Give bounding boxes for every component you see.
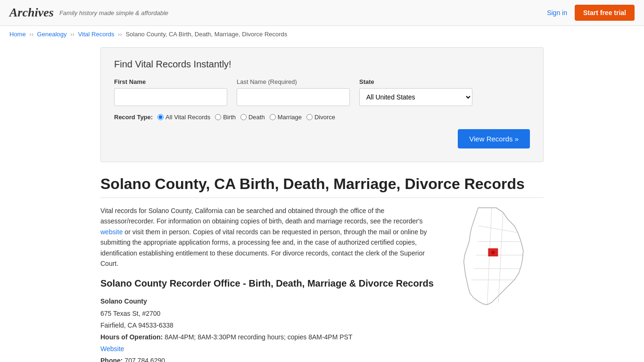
radio-all[interactable] (157, 114, 164, 120)
search-fields: First Name Last Name (Required) State Al… (114, 78, 530, 106)
svg-line-7 (478, 226, 518, 232)
phone-value: 707.784.6290 (124, 357, 165, 362)
phone-label: Phone: (100, 357, 123, 362)
radio-marriage[interactable] (270, 114, 276, 120)
state-label: State (359, 78, 472, 85)
office-address1: 675 Texas St, #2700 (100, 308, 435, 320)
free-trial-button[interactable]: Start free trial (575, 5, 635, 21)
office-website: Website (100, 343, 435, 355)
breadcrumb-genealogy[interactable]: Genealogy (37, 31, 67, 38)
page-title: Solano County, CA Birth, Death, Marriage… (100, 175, 544, 198)
search-title: Find Vital Records Instantly! (114, 59, 530, 70)
first-name-label: First Name (114, 78, 227, 85)
separator2: ›› (70, 31, 76, 38)
record-type-marriage[interactable]: Marriage (270, 114, 302, 121)
record-type-row: Record Type: All Vital Records Birth Dea… (114, 114, 530, 121)
office-phone: Phone: 707.784.6290 (100, 355, 435, 362)
california-map (449, 206, 534, 309)
radio-death[interactable] (240, 114, 247, 120)
office-address2: Fairfield, CA 94533-6338 (100, 320, 435, 331)
office-website-link[interactable]: Website (100, 345, 124, 353)
header: Archives Family history made simple & af… (0, 0, 644, 26)
tagline: Family history made simple & affordable (59, 9, 168, 16)
breadcrumb-home[interactable]: Home (9, 31, 26, 38)
svg-line-6 (498, 212, 503, 302)
sign-in-link[interactable]: Sign in (547, 9, 567, 16)
description-paragraph: Vital records for Solano County, Califor… (100, 206, 435, 269)
first-name-group: First Name (114, 78, 227, 106)
record-type-death[interactable]: Death (240, 114, 265, 121)
last-name-input[interactable] (237, 88, 350, 106)
separator3: ›› (118, 31, 124, 38)
logo: Archives (9, 6, 54, 20)
content-body: Vital records for Solano County, Califor… (100, 206, 544, 362)
svg-point-9 (491, 251, 495, 255)
office-name: Solano County (100, 296, 435, 307)
radio-divorce[interactable] (306, 114, 313, 120)
breadcrumb-vital-records[interactable]: Vital Records (78, 31, 114, 38)
header-right: Sign in Start free trial (547, 5, 635, 21)
view-records-button[interactable]: View Records » (458, 129, 530, 148)
record-type-divorce[interactable]: Divorce (306, 114, 335, 121)
website-link[interactable]: website (100, 228, 123, 236)
last-name-required: (Required) (268, 78, 297, 85)
office-hours: Hours of Operation: 8AM-4PM; 8AM-3:30PM … (100, 331, 435, 343)
search-btn-row: View Records » (114, 129, 530, 148)
hours-value: 8AM-4PM; 8AM-3:30PM recording hours; cop… (165, 333, 352, 341)
recorder-section-heading: Solano County Recorder Office - Birth, D… (100, 278, 435, 289)
first-name-input[interactable] (114, 88, 227, 106)
content-text: Vital records for Solano County, Califor… (100, 206, 435, 362)
search-box: Find Vital Records Instantly! First Name… (100, 47, 544, 162)
record-type-birth[interactable]: Birth (215, 114, 236, 121)
state-select[interactable]: All United States (359, 88, 472, 106)
main-content: Find Vital Records Instantly! First Name… (91, 42, 553, 362)
state-group: State All United States (359, 78, 472, 106)
breadcrumb-current: Solano County, CA Birth, Death, Marriage… (125, 31, 287, 38)
hours-label: Hours of Operation: (100, 333, 163, 341)
separator: ›› (29, 31, 35, 38)
header-left: Archives Family history made simple & af… (9, 6, 168, 20)
last-name-label: Last Name (Required) (237, 78, 350, 85)
last-name-group: Last Name (Required) (237, 78, 350, 106)
map-container (449, 206, 544, 362)
radio-birth[interactable] (215, 114, 221, 120)
record-type-all[interactable]: All Vital Records (157, 114, 210, 121)
breadcrumb: Home ›› Genealogy ›› Vital Records ›› So… (0, 26, 644, 42)
office-info: Solano County 675 Texas St, #2700 Fairfi… (100, 296, 435, 362)
record-type-label: Record Type: (114, 114, 153, 121)
